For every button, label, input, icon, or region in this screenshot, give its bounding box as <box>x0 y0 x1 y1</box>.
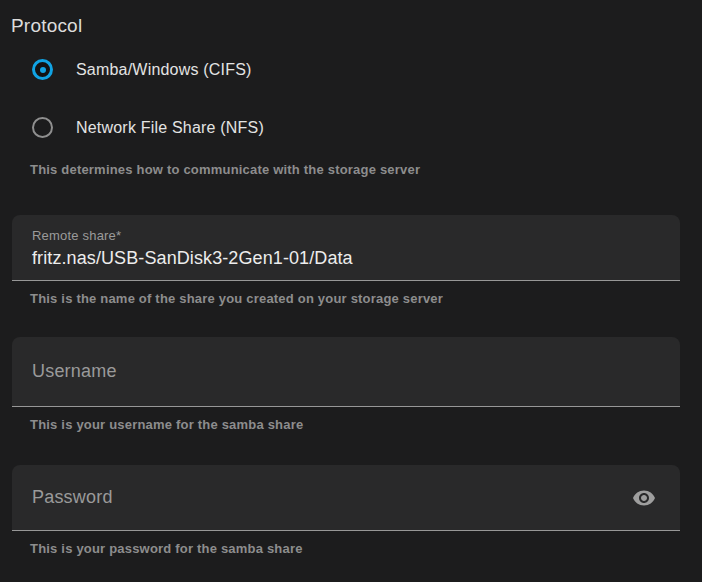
radio-dot-icon <box>40 67 46 73</box>
radio-unselected-icon[interactable] <box>32 117 53 138</box>
protocol-helper-text: This determines how to communicate with … <box>30 162 702 177</box>
password-input[interactable]: Password <box>12 465 680 531</box>
username-input[interactable]: Username <box>12 337 680 407</box>
protocol-group-label: Protocol <box>11 14 702 37</box>
username-label: Username <box>32 361 680 382</box>
radio-option-nfs[interactable]: Network File Share (NFS) <box>32 117 702 138</box>
remote-share-helper-text: This is the name of the share you create… <box>30 291 702 306</box>
remote-share-label: Remote share* <box>32 228 680 243</box>
radio-option-cifs[interactable]: Samba/Windows (CIFS) <box>32 59 702 80</box>
visibility-eye-icon <box>632 486 656 510</box>
password-helper-text: This is your password for the samba shar… <box>30 541 702 556</box>
password-label: Password <box>32 487 632 508</box>
radio-selected-icon[interactable] <box>32 59 53 80</box>
username-helper-text: This is your username for the samba shar… <box>30 417 702 432</box>
remote-share-value[interactable]: fritz.nas/USB-SanDisk3-2Gen1-01/Data <box>32 248 680 269</box>
password-visibility-toggle-button[interactable] <box>632 486 656 510</box>
remote-share-input[interactable]: Remote share* fritz.nas/USB-SanDisk3-2Ge… <box>12 215 680 281</box>
radio-option-cifs-label: Samba/Windows (CIFS) <box>76 61 252 79</box>
radio-option-nfs-label: Network File Share (NFS) <box>76 119 264 137</box>
